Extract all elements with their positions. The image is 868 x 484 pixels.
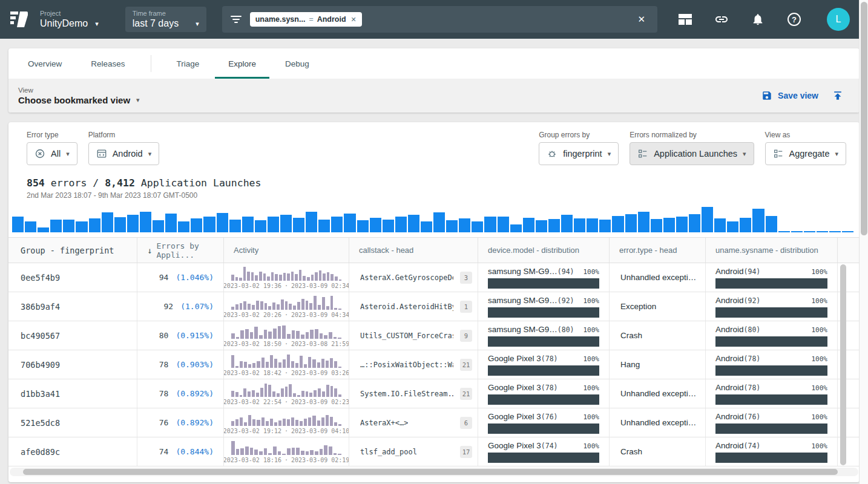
horizontal-scrollbar[interactable] <box>10 468 858 476</box>
table-row[interactable]: bc490567 80(0.915%) 2023-03-02 18:50·202… <box>8 321 860 350</box>
callstack-count-badge[interactable]: 6 <box>460 417 472 429</box>
histogram-bar[interactable] <box>523 218 534 232</box>
histogram-bar[interactable] <box>804 231 815 232</box>
histogram-bar[interactable] <box>203 217 215 232</box>
histogram-bar[interactable] <box>842 231 853 232</box>
histogram-bar[interactable] <box>280 215 292 232</box>
histogram-bar[interactable] <box>766 216 777 232</box>
histogram-bar[interactable] <box>38 227 49 232</box>
histogram-bar[interactable] <box>625 214 637 232</box>
column-header-callstack[interactable]: callstack - head <box>349 238 478 263</box>
histogram-bar[interactable] <box>89 218 100 232</box>
histogram-bar[interactable] <box>178 221 189 232</box>
histogram-bar[interactable] <box>153 220 164 232</box>
table-row[interactable]: 386b9af4 92(1.07%) 2023-03-02 20:26·2023… <box>8 292 860 321</box>
callstack-count-badge[interactable]: 17 <box>460 446 472 458</box>
histogram-bar[interactable] <box>484 217 496 232</box>
scrollbar-thumb[interactable] <box>23 469 838 475</box>
filter-chip-remove-icon[interactable]: ✕ <box>351 16 357 24</box>
help-icon[interactable]: ? <box>787 12 801 27</box>
histogram-bar[interactable] <box>383 220 394 232</box>
upload-view-icon[interactable] <box>832 90 844 102</box>
histogram-bar[interactable] <box>395 217 407 232</box>
callstack-count-badge[interactable]: 21 <box>460 359 472 371</box>
table-vertical-scrollbar[interactable] <box>840 264 846 465</box>
histogram-bar[interactable] <box>459 218 470 232</box>
histogram-bar[interactable] <box>293 218 304 232</box>
histogram-bar[interactable] <box>651 219 662 232</box>
histogram-bar[interactable] <box>727 221 738 232</box>
histogram-bar[interactable] <box>140 212 151 232</box>
histogram-bar[interactable] <box>663 218 675 232</box>
histogram-bar[interactable] <box>510 224 522 232</box>
histogram-bar[interactable] <box>536 220 547 232</box>
callstack-count-badge[interactable]: 1 <box>460 301 472 313</box>
histogram-bar[interactable] <box>446 220 458 232</box>
histogram-bar[interactable] <box>587 218 598 232</box>
histogram-bar[interactable] <box>25 221 36 232</box>
notifications-bell-icon[interactable] <box>751 12 765 27</box>
histogram-bar[interactable] <box>50 220 62 232</box>
histogram-bar[interactable] <box>421 221 432 232</box>
project-selector[interactable]: Project UnityDemo ▾ <box>40 10 99 29</box>
histogram-bar[interactable] <box>331 217 343 232</box>
histogram-bar[interactable] <box>63 220 74 232</box>
histogram-bar[interactable] <box>548 219 560 232</box>
histogram-bar[interactable] <box>408 215 419 232</box>
backtrace-logo-icon[interactable] <box>7 7 31 31</box>
error-histogram[interactable] <box>12 206 853 232</box>
histogram-bar[interactable] <box>127 215 139 232</box>
column-header-fingerprint[interactable]: Group - fingerprint <box>8 238 137 263</box>
save-view-button[interactable]: Save view <box>761 90 818 101</box>
bookmarked-view-selector[interactable]: View Choose bookmarked view ▾ <box>18 87 140 105</box>
table-row[interactable]: 521e5dc8 76(0.892%) 2023-03-02 19:12·202… <box>8 408 860 437</box>
table-row[interactable]: d1bb3a41 78(0.892%) 2023-03-02 22:54·202… <box>8 379 860 408</box>
scrollbar-thumb[interactable] <box>861 2 867 235</box>
histogram-bar[interactable] <box>791 231 803 232</box>
histogram-bar[interactable] <box>778 231 790 232</box>
clear-filters-icon[interactable]: ✕ <box>634 11 649 27</box>
tab-debug[interactable]: Debug <box>271 48 324 79</box>
histogram-bar[interactable] <box>638 212 649 232</box>
histogram-bar[interactable] <box>370 218 381 232</box>
page-vertical-scrollbar[interactable] <box>859 0 868 484</box>
scrollbar-thumb[interactable] <box>840 264 846 465</box>
column-header-errors[interactable]: ↓Errors by Appli... <box>137 238 224 263</box>
histogram-bar[interactable] <box>752 209 764 232</box>
filter-chip[interactable]: uname.sysn... = Android ✕ <box>250 12 362 27</box>
histogram-bar[interactable] <box>344 214 355 232</box>
histogram-bar[interactable] <box>676 217 688 232</box>
error-type-select[interactable]: All ▾ <box>27 142 77 165</box>
filter-bar[interactable]: uname.sysn... = Android ✕ ✕ <box>222 6 657 33</box>
histogram-bar[interactable] <box>357 220 369 232</box>
tab-explore[interactable]: Explore <box>214 48 271 79</box>
callstack-count-badge[interactable]: 9 <box>460 330 472 342</box>
column-header-activity[interactable]: Activity <box>224 238 349 263</box>
tab-triage[interactable]: Triage <box>162 48 214 79</box>
callstack-count-badge[interactable]: 3 <box>460 272 472 284</box>
histogram-bar[interactable] <box>498 217 509 232</box>
histogram-bar[interactable] <box>114 217 126 232</box>
tab-overview[interactable]: Overview <box>13 48 76 79</box>
table-row[interactable]: 0ee5f4b9 94(1.046%) 2023-03-02 19:36·202… <box>8 263 860 292</box>
histogram-bar[interactable] <box>306 212 317 232</box>
link-icon[interactable] <box>714 12 729 27</box>
avatar[interactable]: L <box>827 8 850 31</box>
group-by-select[interactable]: fingerprint ▾ <box>539 142 619 165</box>
table-row[interactable]: 706b4909 78(0.903%) 2023-03-02 18:42·202… <box>8 350 860 379</box>
histogram-bar[interactable] <box>472 221 483 232</box>
histogram-bar[interactable] <box>561 215 573 232</box>
view-as-select[interactable]: Aggregate ▾ <box>765 142 846 165</box>
histogram-bar[interactable] <box>433 212 445 232</box>
histogram-bar[interactable] <box>689 214 700 232</box>
histogram-bar[interactable] <box>76 221 87 232</box>
column-header-device-model[interactable]: device.model - distribution <box>478 238 610 263</box>
histogram-bar[interactable] <box>829 231 841 232</box>
histogram-bar[interactable] <box>217 213 228 232</box>
table-row[interactable]: afe0d89c 74(0.844%) 2023-03-02 18:16·202… <box>8 437 860 466</box>
histogram-bar[interactable] <box>255 220 266 232</box>
column-header-error-type[interactable]: error.type - head <box>610 238 706 263</box>
histogram-bar[interactable] <box>612 216 623 232</box>
column-header-uname-sysname[interactable]: uname.sysname - distribution <box>706 238 838 263</box>
histogram-bar[interactable] <box>702 207 713 232</box>
